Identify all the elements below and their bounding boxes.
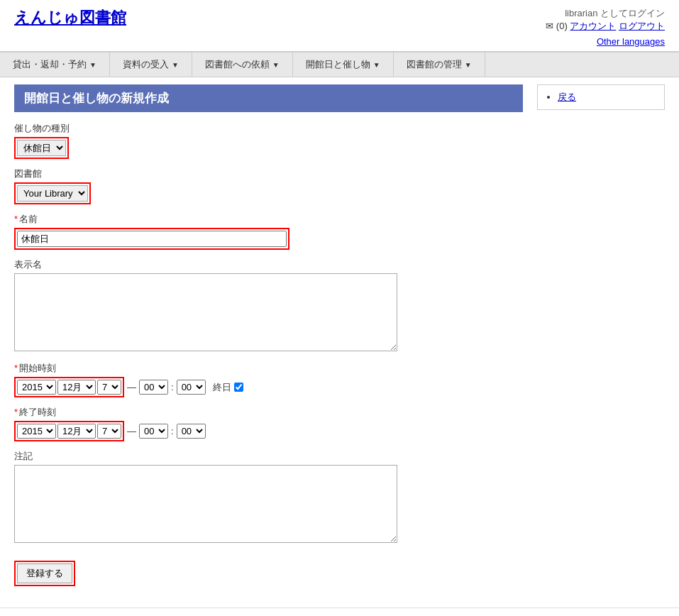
other-languages-row: Other languages [0, 36, 679, 51]
nav-label-loans: 貸出・返却・予約 [13, 58, 87, 71]
nav-item-admin[interactable]: 図書館の管理 ▼ [394, 53, 485, 77]
end-time-label: *終了時刻 [14, 406, 523, 419]
logout-link[interactable]: ログアウト [619, 21, 665, 31]
nav-item-events[interactable]: 開館日と催し物 ▼ [293, 53, 394, 77]
start-time-row: 2015 12月 7 — 00 : 00 [14, 377, 523, 397]
start-year-select[interactable]: 2015 [17, 380, 56, 395]
account-link[interactable]: アカウント [570, 21, 616, 31]
end-year-select[interactable]: 2015 [17, 424, 56, 439]
allday-label: 終日 [213, 381, 231, 394]
sidebar: 戻る [537, 84, 665, 586]
sidebar-item-back: 戻る [558, 91, 658, 104]
library-section: 図書館 Your Library [14, 167, 523, 204]
name-label: *名前 [14, 213, 523, 226]
end-time-section: *終了時刻 2015 12月 7 — 00 [14, 406, 523, 441]
content-area: 開館日と催し物の新規作成 催し物の種別 休館日 図書館 Your Library… [14, 84, 523, 586]
start-required-star: * [14, 363, 18, 373]
nav-item-loans[interactable]: 貸出・返却・予約 ▼ [0, 53, 110, 77]
user-info: librarian としてログイン ✉ (0) アカウント ログアウト [546, 7, 665, 33]
start-hour-select[interactable]: 00 [139, 380, 168, 395]
page-title: 開館日と催し物の新規作成 [14, 84, 523, 112]
message-count: (0) [556, 21, 568, 31]
nav-label-events: 開館日と催し物 [306, 58, 370, 71]
allday-row: 終日 [213, 381, 243, 394]
end-required-star: * [14, 407, 18, 417]
display-name-textarea[interactable] [14, 273, 397, 351]
event-type-section: 催し物の種別 休館日 [14, 122, 523, 159]
nav-arrow-admin: ▼ [465, 61, 472, 69]
note-label: 注記 [14, 450, 523, 463]
other-languages-link[interactable]: Other languages [597, 36, 665, 47]
start-time-box: 2015 12月 7 [14, 377, 124, 397]
nav-label-admin: 図書館の管理 [407, 58, 462, 71]
nav-label-requests: 図書館への依頼 [205, 58, 270, 71]
end-minute-select[interactable]: 00 [177, 424, 206, 439]
nav-arrow-requests: ▼ [272, 61, 280, 69]
navbar: 貸出・返却・予約 ▼ 資料の受入 ▼ 図書館への依頼 ▼ 開館日と催し物 ▼ 図… [0, 52, 679, 77]
submit-button[interactable]: 登録する [17, 563, 72, 583]
name-input[interactable] [17, 231, 287, 247]
library-field-box: Your Library [14, 182, 91, 204]
allday-checkbox[interactable] [234, 383, 243, 392]
name-section: *名前 [14, 213, 523, 250]
start-minute-select[interactable]: 00 [177, 380, 206, 395]
start-day-select[interactable]: 7 [97, 380, 121, 395]
name-field-box [14, 228, 289, 250]
library-label: 図書館 [14, 167, 523, 180]
note-section: 注記 [14, 450, 523, 545]
start-colon: : [171, 382, 174, 392]
name-required-star: * [14, 214, 18, 224]
nav-arrow-events: ▼ [373, 61, 380, 69]
nav-arrow-loans: ▼ [89, 61, 96, 69]
display-name-section: 表示名 [14, 258, 523, 353]
note-textarea[interactable] [14, 465, 397, 543]
end-day-select[interactable]: 7 [97, 424, 121, 439]
back-link[interactable]: 戻る [558, 92, 576, 102]
mail-icon: ✉ [546, 21, 553, 31]
start-time-label: *開始時刻 [14, 362, 523, 375]
nav-item-requests[interactable]: 図書館への依頼 ▼ [192, 53, 293, 77]
event-type-label: 催し物の種別 [14, 122, 523, 135]
end-hour-select[interactable]: 00 [139, 424, 168, 439]
site-title: えんじゅ図書館 [14, 7, 126, 28]
sidebar-list: 戻る [543, 91, 658, 104]
library-select[interactable]: Your Library [17, 185, 88, 202]
event-type-field-box: 休館日 [14, 137, 69, 159]
login-text: librarian としてログイン [546, 7, 665, 20]
header: えんじゅ図書館 librarian としてログイン ✉ (0) アカウント ログ… [0, 0, 679, 36]
end-time-box: 2015 12月 7 [14, 421, 124, 441]
end-colon: : [171, 426, 174, 436]
account-row: ✉ (0) アカウント ログアウト [546, 20, 665, 33]
display-name-label: 表示名 [14, 258, 523, 271]
submit-box: 登録する [14, 561, 75, 586]
start-month-select[interactable]: 12月 [57, 380, 96, 395]
event-type-select[interactable]: 休館日 [17, 140, 66, 156]
start-time-section: *開始時刻 2015 12月 7 — 00 [14, 362, 523, 397]
nav-arrow-acquisitions: ▼ [172, 61, 179, 69]
main: 開館日と催し物の新規作成 催し物の種別 休館日 図書館 Your Library… [0, 77, 679, 593]
nav-label-acquisitions: 資料の受入 [123, 58, 169, 71]
sidebar-box: 戻る [537, 84, 665, 110]
start-dash: — [127, 382, 136, 392]
end-month-select[interactable]: 12月 [57, 424, 96, 439]
site-title-link[interactable]: えんじゅ図書館 [14, 9, 126, 26]
end-dash: — [127, 426, 136, 436]
nav-item-acquisitions[interactable]: 資料の受入 ▼ [110, 53, 192, 77]
footer: Next-L Enju Leaf 1.1.0 + Next-L Enju Flo… [0, 607, 679, 616]
end-time-row: 2015 12月 7 — 00 : 00 [14, 421, 523, 441]
